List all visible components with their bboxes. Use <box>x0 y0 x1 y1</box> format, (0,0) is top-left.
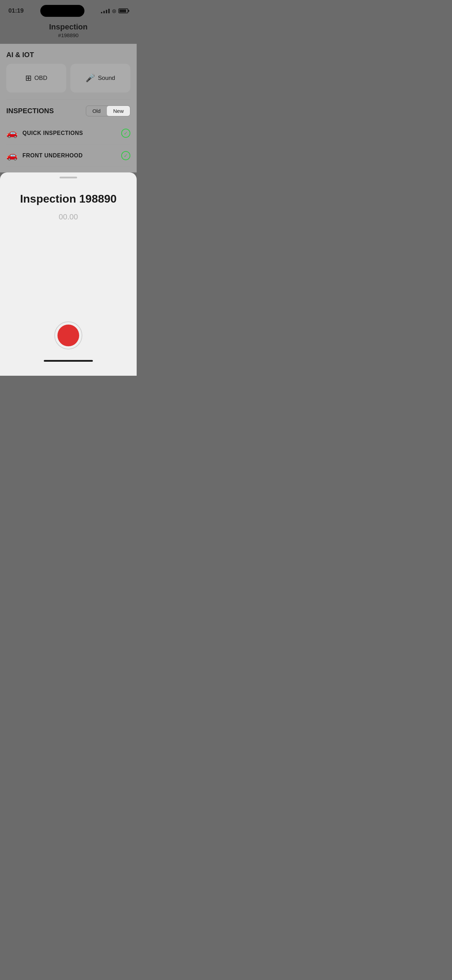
signal-icon <box>101 9 110 13</box>
record-button[interactable] <box>54 321 82 350</box>
check-icon: ✓ <box>121 151 131 160</box>
new-toggle[interactable]: New <box>107 106 130 116</box>
check-icon: ✓ <box>121 129 131 138</box>
record-btn-container <box>54 321 82 350</box>
quick-inspection-label: QUICK INSPECTIONS <box>22 130 116 136</box>
dynamic-island <box>40 5 84 17</box>
car-icon: 🚗 <box>6 150 18 161</box>
obd-label: OBD <box>34 75 47 82</box>
wifi-icon: ⊛ <box>112 8 116 14</box>
section-divider <box>6 100 131 100</box>
microphone-icon: 🎤 <box>86 73 95 83</box>
front-underhood-label: FRONT UNDERHOOD <box>22 153 116 159</box>
car-icon: 🚗 <box>6 127 18 138</box>
page-title: Inspection <box>0 22 137 32</box>
inspections-header: INSPECTIONS Old New <box>6 105 131 116</box>
status-icons: ⊛ <box>101 8 128 14</box>
battery-fill <box>119 10 126 12</box>
obd-icon: ⊞ <box>25 73 32 83</box>
record-inner-circle <box>57 325 79 346</box>
sheet-title: Inspection 198890 <box>20 192 117 205</box>
table-row[interactable]: 🚗 FRONT UNDERHOOD ✓ <box>6 145 131 167</box>
sound-label: Sound <box>98 75 115 82</box>
obd-card[interactable]: ⊞ OBD <box>6 64 66 92</box>
battery-icon <box>118 8 128 13</box>
old-toggle[interactable]: Old <box>86 106 107 116</box>
page-subtitle: #198890 <box>0 32 137 38</box>
status-time: 01:19 <box>8 7 24 14</box>
inspections-title: INSPECTIONS <box>6 107 54 115</box>
sound-card[interactable]: 🎤 Sound <box>70 64 131 92</box>
table-row[interactable]: 🚗 QUICK INSPECTIONS ✓ <box>6 122 131 145</box>
ai-section-title: AI & IOT <box>6 51 131 59</box>
main-content: AI & IOT ⊞ OBD 🎤 Sound INSPECTIONS Old N… <box>0 44 137 172</box>
toggle-group: Old New <box>86 105 131 116</box>
sheet-handle <box>60 177 77 178</box>
page-header: Inspection #198890 <box>0 20 137 44</box>
bottom-sheet: Inspection 198890 00.00 <box>0 172 137 376</box>
status-bar: 01:19 ⊛ <box>0 0 137 20</box>
sheet-time: 00.00 <box>59 212 78 221</box>
home-indicator <box>44 360 93 362</box>
ai-cards: ⊞ OBD 🎤 Sound <box>6 64 131 92</box>
